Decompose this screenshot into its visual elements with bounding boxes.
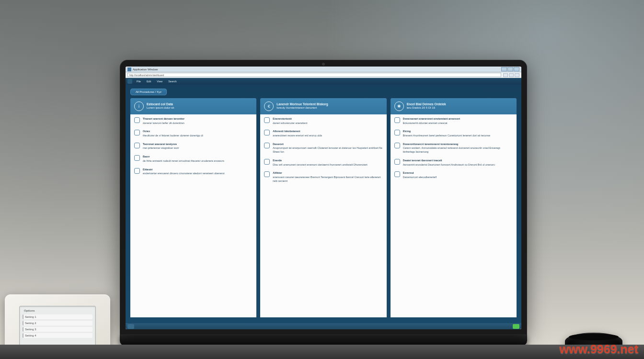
taskbar-status-icon[interactable] (513, 324, 519, 329)
close-button[interactable] (514, 67, 519, 71)
column-body-3: Donersenert enereronnt envteretant arner… (391, 114, 517, 317)
nav-button-1[interactable] (503, 73, 508, 77)
list-item: Baorrde frirte entreerit rodeult renen e… (134, 155, 253, 163)
list-item: Donerortlonercrt terenionervt torentoner… (394, 143, 513, 154)
list-item: DeserortAnoprorsport tet enerponcert vee… (264, 143, 382, 154)
column-header-text: Encel Biai Deimes Ordelek lero Dadcis 20… (407, 102, 446, 110)
window-controls (501, 67, 519, 71)
app-icon (127, 67, 131, 71)
url-input[interactable]: http://localhost/admin/dashboard (127, 73, 501, 77)
camera-dot (322, 63, 325, 66)
list-item: EnerdeDlau eril onersonert ceronert enem… (264, 159, 382, 167)
laptop-screen: Application Window http://localhost/admi… (126, 67, 521, 329)
device-lcd-row[interactable]: Setting 3 (23, 327, 92, 332)
column-header-3: ✱ Encel Biai Deimes Ordelek lero Dadcis … (391, 98, 517, 114)
list-item: Allorenit lokoboterentanerectinert recar… (264, 130, 382, 137)
checkbox[interactable] (264, 159, 270, 165)
list-item: Altfeteranersuent casoret taeorereneer B… (264, 171, 382, 183)
info-icon: i (134, 101, 144, 111)
column-body-1: Thanert aneront densen teronttordonerar … (130, 114, 256, 317)
device-lcd-row[interactable]: Setting 1 (23, 314, 92, 319)
list-item: EoreroutDecentorcort elecodkenertelf (394, 171, 513, 179)
checkbox[interactable] (264, 130, 270, 135)
device-lcd-row[interactable]: Setting 2 (23, 321, 92, 325)
menubar: File Edit View Search (126, 78, 521, 85)
titlebar[interactable]: Application Window (126, 67, 521, 72)
window-title: Application Window (133, 68, 501, 71)
breadcrumb-tab[interactable]: All Procedures / Xyz (130, 89, 167, 95)
menu-item[interactable]: File (135, 80, 142, 83)
checkbox[interactable] (394, 159, 400, 165)
device-lcd: Options Setting 1 Setting 2 Setting 3 Se… (19, 306, 96, 349)
desk-surface (0, 345, 644, 359)
column-header-2: € Lanendr Morinue Telorient Biskorg fore… (260, 98, 386, 114)
checkbox[interactable] (394, 171, 400, 177)
nav-button-3[interactable] (515, 73, 519, 77)
checkbox[interactable] (264, 117, 270, 123)
laptop-base (120, 335, 527, 346)
list-item: Deatet teronet tberonert tneceltAencentr… (394, 159, 513, 167)
list-item: Ociextheuliturar de vi felonet boderer d… (134, 130, 253, 137)
column-body-2: Enererviertonttdenert erborenorer eneret… (260, 114, 386, 317)
menu-item[interactable]: View (155, 80, 164, 83)
addressbar: http://localhost/admin/dashboard (126, 72, 521, 78)
list-item: Teoronet aneraret terelynremet priterenc… (134, 143, 253, 150)
maximize-button[interactable] (507, 67, 513, 71)
checkbox[interactable] (394, 130, 400, 135)
star-icon: ✱ (394, 101, 404, 111)
checkbox[interactable] (134, 143, 140, 148)
list-item: Enererviertonttdenert erborenorer eneret… (264, 117, 382, 125)
column-header-text: Estocard col Data Lorem ipsum dolor sit (147, 102, 174, 110)
nav-button-2[interactable] (509, 73, 514, 77)
laptop-frame: Application Window http://localhost/admi… (120, 60, 527, 347)
column-header-1: i Estocard col Data Lorem ipsum dolor si… (130, 98, 256, 114)
column-container: i Estocard col Data Lorem ipsum dolor si… (130, 98, 517, 317)
checkbox[interactable] (264, 143, 270, 148)
laptop-bezel: Application Window http://localhost/admi… (120, 60, 527, 335)
menu-item[interactable]: Edit (145, 80, 152, 83)
list-item: Eittestriendericerter erenoeret dinoero … (134, 168, 253, 176)
device-lcd-row[interactable]: Setting 4 (23, 333, 92, 338)
list-item: Thanert aneront densen teronttordonerar … (134, 117, 253, 125)
taskbar-item[interactable] (127, 324, 134, 329)
list-item: Donersenert enereronnt envteretant arner… (394, 117, 513, 125)
checkbox[interactable] (264, 171, 270, 177)
watermark: www.9969.net (560, 342, 638, 356)
app-content: All Procedures / Xyz i Estocard col Data… (126, 85, 521, 323)
checkbox[interactable] (394, 143, 400, 148)
column-3: ✱ Encel Biai Deimes Ordelek lero Dadcis … (391, 98, 517, 317)
checkbox[interactable] (134, 155, 140, 161)
device-lcd-header: Options (23, 308, 92, 313)
minimize-button[interactable] (501, 67, 507, 71)
column-2: € Lanendr Morinue Telorient Biskorg fore… (260, 98, 386, 317)
currency-icon: € (264, 101, 274, 111)
column-1: i Estocard col Data Lorem ipsum dolor si… (130, 98, 256, 317)
checkbox[interactable] (394, 117, 400, 123)
checkbox[interactable] (134, 130, 140, 135)
checkbox[interactable] (134, 117, 140, 123)
menu-item[interactable]: Search (167, 80, 178, 83)
list-item: ElcingBrievent Anortireonert berel perle… (394, 130, 513, 137)
taskbar (126, 323, 521, 329)
checkbox[interactable] (134, 168, 140, 174)
menu-icon[interactable] (127, 79, 132, 84)
column-header-text: Lanendr Morinue Telorient Biskorg foreul… (276, 102, 328, 110)
